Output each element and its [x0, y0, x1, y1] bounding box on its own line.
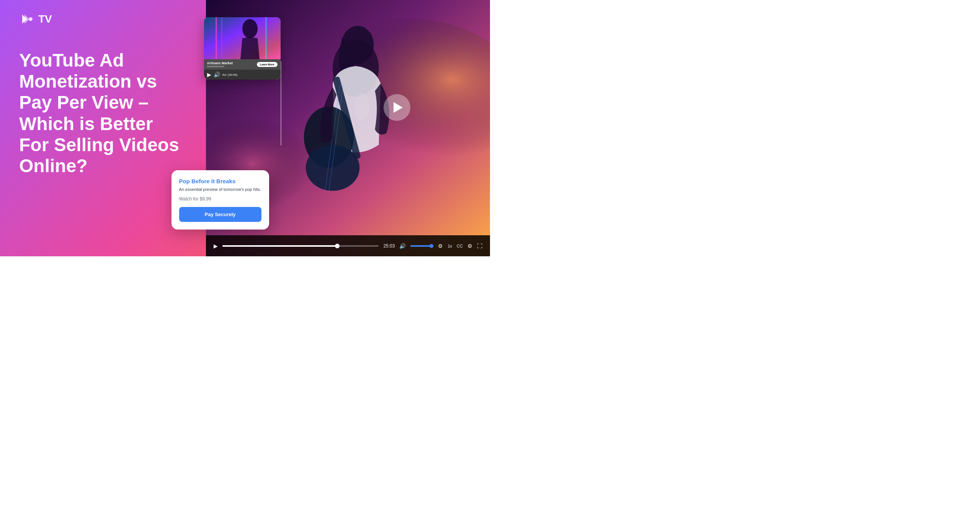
volume-fill — [410, 245, 431, 247]
progress-dot — [335, 244, 340, 248]
ad-figure — [204, 17, 281, 59]
hero-title: YouTube Ad Monetization vs Pay Per View … — [19, 50, 187, 176]
svg-point-16 — [242, 19, 258, 38]
svg-rect-15 — [265, 17, 267, 59]
speed-label[interactable]: 1x — [448, 244, 452, 248]
cc-label[interactable]: CC — [457, 244, 463, 248]
ad-card: Artisans Market Advertisement Learn More… — [204, 17, 281, 80]
play-icon — [394, 102, 403, 113]
svg-point-7 — [305, 145, 359, 191]
svg-point-11 — [354, 93, 369, 120]
play-button-overlay[interactable] — [384, 94, 410, 121]
video-play-button[interactable]: ▶ — [214, 243, 218, 249]
gear-icon[interactable]: ⚙ — [467, 243, 472, 249]
ppv-title: Pop Before It Breaks — [179, 178, 261, 184]
connector-line — [281, 61, 281, 145]
video-controls-bar: ▶ 25:03 🔊 ⚙ 1x CC ⚙ ⛶ — [206, 235, 490, 256]
ad-title-row: Artisans Market Advertisement — [207, 61, 233, 68]
ad-bottom-bar: Artisans Market Advertisement Learn More — [204, 59, 281, 70]
ad-play-button[interactable]: ▶ — [207, 72, 211, 78]
volume-icon[interactable]: 🔊 — [399, 243, 406, 249]
settings-icon[interactable]: ⚙ — [438, 243, 443, 249]
ppv-description: An essential preview of tomorrow's pop h… — [179, 187, 261, 192]
right-section: Artisans Market Advertisement Learn More… — [206, 0, 490, 256]
fullscreen-icon[interactable]: ⛶ — [477, 243, 482, 249]
video-time: 25:03 — [383, 243, 395, 249]
ad-subtitle: Advertisement — [207, 65, 233, 68]
svg-rect-14 — [221, 17, 222, 59]
pay-securely-button[interactable]: Pay Securely — [179, 207, 261, 222]
fluent-tv-icon — [19, 11, 34, 27]
learn-more-button[interactable]: Learn More — [257, 62, 278, 67]
volume-dot — [430, 244, 433, 248]
video-progress-bar[interactable] — [222, 245, 379, 247]
ad-controls-row: ▶ 🔊 Ad: (00:09) — [204, 70, 281, 80]
ad-title: Artisans Market — [207, 61, 233, 65]
volume-slider[interactable] — [410, 245, 433, 247]
ppv-price: Watch for $9.99 — [179, 196, 261, 202]
logo-text: TV — [38, 13, 52, 25]
ad-card-image — [204, 17, 281, 59]
ppv-card: Pop Before It Breaks An essential previe… — [172, 170, 269, 230]
ad-time: Ad: (00:09) — [222, 73, 238, 77]
main-container: TV YouTube Ad Monetization vs Pay Per Vi… — [0, 0, 490, 256]
logo-area: TV — [19, 11, 187, 27]
svg-rect-13 — [216, 17, 217, 59]
ad-volume-icon[interactable]: 🔊 — [214, 72, 220, 78]
ad-figure-svg — [204, 17, 281, 59]
progress-fill — [222, 245, 340, 247]
svg-point-0 — [29, 17, 33, 21]
